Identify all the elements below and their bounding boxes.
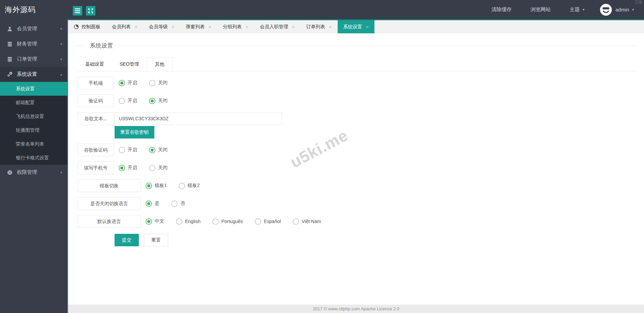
tab-group-list[interactable]: 分组列表 × — [217, 20, 254, 33]
content-panel: 系统设置 基础设置 SEO管理 其他 手机端 开启 — [68, 33, 644, 305]
radio-option-spanish[interactable]: Español — [255, 218, 281, 225]
radio-label: 否 — [180, 200, 185, 207]
radio-group: 开启 关闭 — [119, 165, 179, 171]
tab-label: 分组列表 — [223, 24, 242, 30]
radio-label: 模板1 — [155, 183, 167, 189]
sidebar-item-system-settings[interactable]: 系统设置 ▴ — [0, 67, 67, 82]
chevron-up-icon: ▴ — [60, 72, 62, 76]
form-row-google-secret: 谷歌文本... 重置谷歌密钥 — [78, 112, 644, 138]
sidebar-item-member-mgmt[interactable]: 会员管理 ▾ — [0, 21, 67, 36]
tab-member-level[interactable]: 会员等级 × — [143, 20, 180, 33]
chevron-down-icon: ▾ — [60, 42, 62, 46]
form-actions: 提交 重置 — [78, 234, 644, 246]
radio-checked-icon — [119, 165, 125, 171]
sidebar-subitem-honor-list[interactable]: 荣誉名单列表 — [0, 137, 67, 151]
radio-option-chinese[interactable]: 中文 — [146, 218, 164, 225]
topbar: 海外源码 正版 清除缓存 浏览网站 — [0, 0, 644, 19]
close-icon[interactable]: × — [366, 24, 369, 29]
theme-dropdown[interactable]: 主题 ▼ — [570, 6, 585, 13]
sidebar-item-finance-mgmt[interactable]: 财务管理 ▾ — [0, 36, 67, 52]
radio-option-portuguese[interactable]: Português — [212, 218, 243, 225]
google-secret-line: 谷歌文本... — [78, 112, 282, 125]
sidebar-subitem-email-config[interactable]: 邮箱配置 — [0, 96, 67, 109]
close-icon[interactable]: × — [329, 24, 332, 29]
sidebar-item-label: 系统设置 — [17, 71, 37, 77]
sidebar-item-permission-mgmt[interactable]: 权限管理 ▾ — [0, 165, 67, 180]
radio-option-on[interactable]: 开启 — [119, 165, 137, 171]
field-label: 谷歌验证码 — [78, 144, 114, 156]
tab-order-list[interactable]: 订单列表 × — [301, 20, 338, 33]
radio-group: 中文 English Português Español — [146, 218, 333, 225]
sidebar-subitem-bankcard-format[interactable]: 银行卡格式设置 — [0, 151, 67, 165]
radio-option-on[interactable]: 开启 — [119, 147, 137, 153]
radio-option-template1[interactable]: 模板1 — [146, 183, 167, 189]
chevron-down-icon: ▼ — [582, 8, 585, 11]
close-icon[interactable]: × — [245, 24, 248, 29]
radio-option-yes[interactable]: 是 — [146, 200, 159, 207]
tab-member-onboarding[interactable]: 会员入职管理 × — [254, 20, 301, 33]
browse-site-link[interactable]: 浏览网站 — [530, 6, 551, 13]
reset-button[interactable]: 重置 — [144, 234, 168, 246]
tab-dashboard[interactable]: 控制面板 — [68, 20, 106, 33]
reset-google-key-button[interactable]: 重置谷歌密钥 — [115, 126, 154, 138]
radio-label: 关闭 — [158, 80, 167, 86]
clear-cache-link[interactable]: 清除缓存 — [491, 6, 512, 13]
tab-other[interactable]: 其他 — [147, 57, 173, 71]
page-title: 系统设置 — [86, 42, 117, 50]
radio-option-vietnamese[interactable]: Việt Nam — [293, 218, 321, 225]
form-row-default-language: 默认换语言 中文 English Português — [78, 215, 644, 228]
app-logo[interactable]: 海外源码 — [5, 0, 36, 19]
tab-label: 会员列表 — [112, 24, 131, 30]
hamburger-icon — [75, 8, 80, 13]
tab-basic-settings[interactable]: 基础设置 — [78, 57, 112, 71]
radio-option-on[interactable]: 开启 — [119, 80, 137, 86]
google-secret-input[interactable] — [115, 112, 282, 125]
sidebar-item-label: 权限管理 — [17, 169, 37, 176]
radio-option-off[interactable]: 关闭 — [149, 165, 167, 171]
tab-member-list[interactable]: 会员列表 × — [106, 20, 143, 33]
radio-option-english[interactable]: English — [176, 218, 201, 225]
main-area: 控制面板 会员列表 × 会员等级 × 弹窗列表 × 分组列表 × 会员入职管理 … — [67, 19, 644, 313]
user-dropdown[interactable]: admin ▼ — [615, 7, 635, 12]
radio-checked-icon — [149, 98, 155, 104]
radio-unchecked-icon — [149, 165, 155, 171]
sidebar-subitem-system-settings[interactable]: 系统设置 — [0, 82, 67, 96]
sidebar-item-order-mgmt[interactable]: 订单管理 ▾ — [0, 52, 67, 67]
radio-group: 开启 关闭 — [119, 147, 179, 153]
username: admin — [615, 7, 629, 12]
avatar[interactable] — [600, 4, 612, 16]
radio-option-off[interactable]: 关闭 — [149, 98, 167, 104]
tab-system-settings[interactable]: 系统设置 × — [338, 20, 375, 33]
close-icon[interactable]: × — [292, 24, 295, 29]
radio-option-on[interactable]: 开启 — [119, 98, 137, 104]
radio-checked-icon — [119, 80, 125, 86]
sidebar-subitem-carousel-mgmt[interactable]: 轮播图管理 — [0, 123, 67, 137]
radio-option-off[interactable]: 关闭 — [149, 80, 167, 86]
radio-unchecked-icon — [119, 98, 125, 104]
sidebar-subitem-telegram-info[interactable]: 飞机信息设置 — [0, 109, 67, 123]
collapse-menu-button[interactable] — [73, 6, 82, 15]
radio-option-no[interactable]: 否 — [171, 200, 185, 207]
radio-group: 是 否 — [146, 200, 197, 207]
close-icon[interactable]: × — [209, 24, 212, 29]
radio-label: 模板2 — [188, 183, 200, 189]
radio-option-off[interactable]: 关闭 — [149, 147, 167, 153]
google-reset-line: 重置谷歌密钥 — [78, 126, 154, 138]
form-row-disable-lang-switch: 是否关闭切换语言 是 否 — [78, 197, 644, 210]
submit-button[interactable]: 提交 — [115, 234, 139, 246]
field-label: 填写手机号 — [78, 161, 114, 174]
form-row-mobile: 手机端 开启 关闭 — [78, 76, 644, 89]
database-icon — [6, 41, 13, 47]
fullscreen-button[interactable] — [86, 6, 95, 15]
chevron-down-icon: ▾ — [60, 170, 62, 174]
tab-label: 控制面板 — [82, 24, 100, 30]
close-icon[interactable]: × — [172, 24, 175, 29]
tab-label: 系统设置 — [343, 24, 362, 30]
close-icon[interactable]: × — [134, 24, 137, 29]
radio-option-template2[interactable]: 模板2 — [179, 183, 200, 189]
tab-label: 弹窗列表 — [186, 24, 205, 30]
radio-label: 开启 — [128, 147, 137, 153]
tab-seo-mgmt[interactable]: SEO管理 — [112, 57, 147, 71]
footer-copyright: 2017 © www.cltphp.com Apache Licence 2.0 — [313, 306, 399, 311]
tab-popup-list[interactable]: 弹窗列表 × — [180, 20, 217, 33]
